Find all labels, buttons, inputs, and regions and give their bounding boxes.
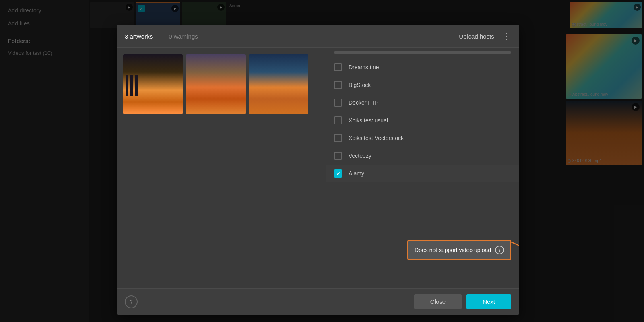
artwork-thumb-1[interactable] [123,54,183,114]
host-checkbox-bigstock[interactable] [334,81,342,89]
artwork-thumb-3[interactable] [249,54,308,114]
more-options-button[interactable]: ⋮ [502,31,511,41]
host-name-dockerftp: Docker FTP [349,99,379,106]
host-name-vecteezy: Vecteezy [349,153,372,159]
host-item-xpiks-usual[interactable]: Xpiks test usual [326,111,519,129]
artworks-panel [117,48,326,288]
host-checkbox-dockerftp[interactable] [334,99,342,107]
dialog-footer: ? Close Next [117,288,519,315]
host-name-xpiks-vector: Xpiks test Vectorstock [349,135,404,141]
artwork-thumb-2[interactable] [186,54,246,114]
host-item-dockerftp[interactable]: Docker FTP [326,94,519,111]
warnings-count: 0 warnings [169,33,198,40]
host-item-dreamstime[interactable]: Dreamstime [326,58,519,76]
host-item-xpiks-vector[interactable]: Xpiks test Vectorstock [326,129,519,147]
host-name-dreamstime: Dreamstime [349,64,379,70]
svg-line-1 [511,242,519,254]
host-checkbox-alamy[interactable] [334,169,342,178]
host-checkbox-vecteezy[interactable] [334,152,342,160]
host-checkbox-xpiks-vector[interactable] [334,134,342,142]
host-item-vecteezy[interactable]: Vecteezy [326,147,519,165]
host-item-bigstock[interactable]: BigStock [326,76,519,94]
info-icon: i [495,246,504,254]
tooltip-text: Does not support video upload [415,247,491,253]
tooltip-container: Does not support video upload i [407,240,511,260]
dialog-body: Dreamstime BigStock Docker FTP Xpiks tes… [117,48,519,288]
artworks-grid [123,54,319,114]
scroll-indicator [334,51,511,54]
host-checkbox-xpiks-usual[interactable] [334,116,342,124]
upload-dialog: 3 artworks 0 warnings Upload hosts: ⋮ [117,25,519,315]
tooltip-arrow [511,238,519,258]
dialog-header: 3 artworks 0 warnings Upload hosts: ⋮ [117,25,519,48]
host-name-xpiks-usual: Xpiks test usual [349,117,388,124]
hosts-panel: Dreamstime BigStock Docker FTP Xpiks tes… [326,48,519,288]
host-name-bigstock: BigStock [349,82,371,88]
close-button[interactable]: Close [414,294,462,309]
host-checkbox-dreamstime[interactable] [334,63,342,71]
next-button[interactable]: Next [466,294,511,309]
artworks-count: 3 artworks [125,33,153,40]
host-name-alamy: Alamy [349,170,364,177]
help-button[interactable]: ? [125,295,138,308]
tooltip-box: Does not support video upload i [407,240,511,260]
host-item-alamy[interactable]: Alamy [326,165,519,182]
upload-hosts-label: Upload hosts: [459,33,496,40]
